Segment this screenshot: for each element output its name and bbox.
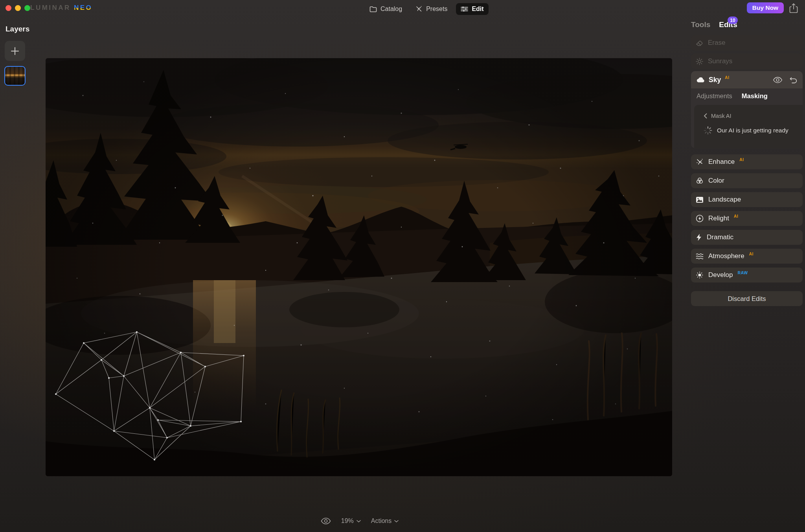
actions-dropdown[interactable]: Actions	[371, 517, 399, 525]
tool-label: Landscape	[708, 196, 741, 204]
eye-icon	[321, 517, 331, 525]
reset-undo-icon[interactable]	[790, 77, 797, 83]
tool-relight[interactable]: Relight AI	[691, 211, 803, 226]
raw-badge: RAW	[737, 270, 748, 275]
nav-edit-label: Edit	[472, 6, 483, 13]
lightning-bolt-icon	[696, 233, 702, 241]
app-logo: LUMINARNEO	[30, 4, 92, 12]
discard-edits-button[interactable]: Discard Edits	[691, 291, 803, 306]
tool-develop[interactable]: Develop RAW	[691, 268, 803, 283]
relight-icon	[696, 215, 704, 222]
visibility-eye-icon[interactable]	[773, 77, 783, 83]
mask-ai-back[interactable]: Mask AI	[704, 113, 731, 119]
tool-label: Erase	[708, 39, 725, 47]
develop-sun-icon	[696, 271, 704, 279]
tab-tools[interactable]: Tools	[691, 20, 710, 29]
sky-ai-panel: Sky AI Adjustments Masking Mask AI	[691, 71, 803, 148]
share-button[interactable]	[788, 3, 799, 14]
nav-catalog[interactable]: Catalog	[365, 3, 407, 15]
tool-label: Color	[708, 177, 724, 185]
tool-label: Sunrays	[708, 57, 732, 65]
share-icon	[788, 3, 799, 14]
nav-presets[interactable]: Presets	[411, 3, 452, 15]
mask-ai-label: Mask AI	[711, 113, 731, 119]
tool-color[interactable]: Color	[691, 173, 803, 188]
minimize-button[interactable]	[15, 5, 21, 11]
logo-neo: NEO	[74, 4, 92, 11]
window-controls	[6, 5, 30, 11]
add-layer-button[interactable]	[5, 41, 25, 61]
ai-badge: AI	[749, 251, 754, 256]
tool-erase[interactable]: Erase	[691, 35, 803, 50]
sky-subtabs: Adjustments Masking	[691, 88, 803, 103]
compare-eye-button[interactable]	[321, 517, 331, 525]
ai-badge: AI	[739, 157, 744, 162]
edit-sliders-icon	[461, 6, 468, 12]
tool-enhance[interactable]: Enhance AI	[691, 154, 803, 169]
sky-ai-header[interactable]: Sky AI	[691, 71, 803, 88]
buy-now-button[interactable]: Buy Now	[747, 2, 784, 13]
tool-sunrays[interactable]: Sunrays	[691, 54, 803, 69]
layers-panel-title: Layers	[6, 25, 29, 33]
sky-label: Sky	[709, 76, 721, 84]
landscape-image-icon	[696, 196, 704, 203]
chevron-down-icon	[394, 520, 399, 523]
tab-adjustments[interactable]: Adjustments	[697, 92, 732, 100]
tool-label: Enhance	[708, 158, 735, 166]
zoom-level-dropdown[interactable]: 19%	[341, 517, 361, 525]
atmosphere-waves-icon	[696, 253, 704, 260]
eraser-icon	[696, 39, 703, 46]
zoom-level-value: 19%	[341, 517, 354, 525]
tab-masking[interactable]: Masking	[742, 92, 768, 100]
tool-label: Atmosphere	[708, 252, 744, 260]
close-button[interactable]	[6, 5, 11, 11]
tool-atmosphere[interactable]: Atmosphere AI	[691, 249, 803, 264]
luminar-neo-window: LUMINARNEO Catalog Presets Edit Bu	[0, 0, 805, 532]
layer-thumbnail-selected[interactable]	[4, 66, 26, 86]
enhance-sparkle-icon	[696, 158, 704, 166]
tool-label: Dramatic	[707, 233, 733, 241]
masking-content: Mask AI Our AI is just getting rea	[694, 105, 803, 148]
tool-label: Relight	[708, 215, 729, 222]
tool-landscape[interactable]: Landscape	[691, 192, 803, 207]
sunrays-icon	[696, 58, 703, 65]
photo-canvas[interactable]	[46, 58, 672, 476]
canvas-toolbar: 19% Actions	[303, 514, 417, 528]
nav-edit[interactable]: Edit	[456, 3, 488, 15]
cloud-icon	[697, 77, 705, 83]
spinner-icon	[704, 126, 712, 135]
tool-dramatic[interactable]: Dramatic	[691, 230, 803, 245]
chevron-down-icon	[357, 520, 361, 523]
edits-count-badge: 10	[728, 17, 738, 24]
ai-status: Our AI is just getting ready	[704, 126, 788, 135]
nav-presets-label: Presets	[426, 6, 447, 13]
actions-label: Actions	[371, 517, 391, 525]
plus-icon	[10, 46, 20, 56]
color-wheel-icon	[696, 177, 704, 185]
sunset-lake-photo	[46, 58, 672, 476]
ai-badge: AI	[734, 214, 739, 218]
zoom-button[interactable]	[24, 5, 30, 11]
folder-icon	[369, 6, 377, 13]
presets-wand-icon	[415, 6, 423, 13]
tool-label: Develop	[708, 271, 733, 279]
ai-badge: AI	[725, 75, 730, 80]
nav-catalog-label: Catalog	[380, 6, 402, 13]
chevron-left-icon	[704, 113, 707, 119]
logo-luminar: LUMINAR	[30, 4, 71, 11]
main-nav: Catalog Presets Edit	[365, 2, 489, 17]
ai-status-text: Our AI is just getting ready	[717, 127, 788, 134]
